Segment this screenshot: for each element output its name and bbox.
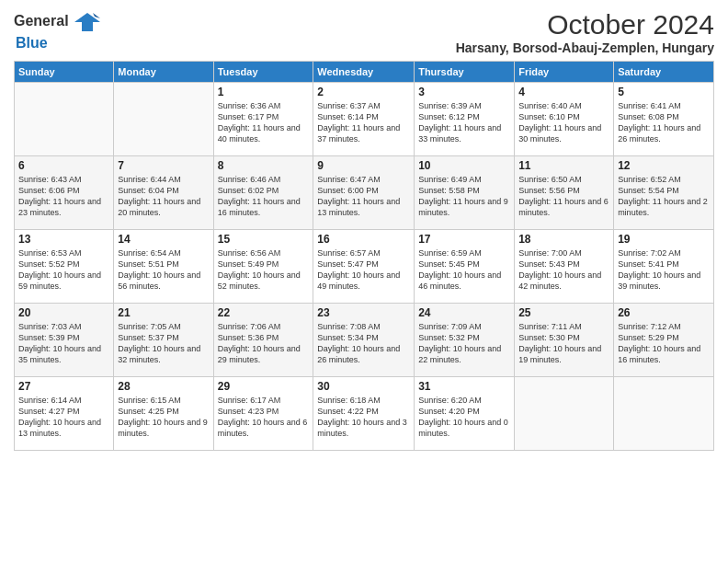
day-number: 8 [218,159,310,172]
day-number: 15 [218,233,310,246]
day-detail: Sunrise: 6:49 AMSunset: 5:58 PMDaylight:… [418,174,510,219]
calendar-body: 1Sunrise: 6:36 AMSunset: 6:17 PMDaylight… [15,83,714,451]
calendar-cell: 20Sunrise: 7:03 AMSunset: 5:39 PMDayligh… [15,304,114,377]
day-detail: Sunrise: 6:39 AMSunset: 6:12 PMDaylight:… [418,100,510,145]
day-number: 12 [618,159,710,172]
day-detail: Sunrise: 6:17 AMSunset: 4:23 PMDaylight:… [218,395,310,440]
day-detail: Sunrise: 7:02 AMSunset: 5:41 PMDaylight:… [618,247,710,293]
calendar-cell: 28Sunrise: 6:15 AMSunset: 4:25 PMDayligh… [114,377,213,451]
day-detail: Sunrise: 6:18 AMSunset: 4:22 PMDaylight:… [317,395,410,440]
calendar-cell: 29Sunrise: 6:17 AMSunset: 4:23 PMDayligh… [213,377,313,451]
day-detail: Sunrise: 6:52 AMSunset: 5:54 PMDaylight:… [618,174,710,219]
day-detail: Sunrise: 6:56 AMSunset: 5:49 PMDaylight:… [218,247,310,293]
day-number: 30 [317,380,410,393]
day-detail: Sunrise: 6:59 AMSunset: 5:45 PMDaylight:… [418,247,510,293]
day-detail: Sunrise: 6:57 AMSunset: 5:47 PMDaylight:… [317,247,410,293]
calendar-cell [114,83,213,156]
day-number: 21 [118,306,209,319]
calendar-cell: 6Sunrise: 6:43 AMSunset: 6:06 PMDaylight… [15,156,114,230]
month-title: October 2024 [456,9,714,40]
day-number: 7 [118,159,209,172]
day-number: 24 [418,306,510,319]
calendar-cell: 19Sunrise: 7:02 AMSunset: 5:41 PMDayligh… [614,230,714,304]
day-detail: Sunrise: 7:09 AMSunset: 5:32 PMDaylight:… [418,321,510,366]
calendar-cell [614,377,714,451]
calendar-cell: 24Sunrise: 7:09 AMSunset: 5:32 PMDayligh… [415,304,515,377]
calendar-cell: 22Sunrise: 7:06 AMSunset: 5:36 PMDayligh… [213,304,313,377]
day-detail: Sunrise: 7:03 AMSunset: 5:39 PMDaylight:… [18,321,109,366]
day-number: 1 [218,86,310,98]
day-detail: Sunrise: 6:54 AMSunset: 5:51 PMDaylight:… [118,247,209,293]
calendar-cell: 15Sunrise: 6:56 AMSunset: 5:49 PMDayligh… [213,230,313,304]
day-number: 25 [518,306,609,319]
calendar-cell [515,377,614,451]
day-number: 5 [618,86,710,98]
calendar-cell: 23Sunrise: 7:08 AMSunset: 5:34 PMDayligh… [313,304,415,377]
day-detail: Sunrise: 7:12 AMSunset: 5:29 PMDaylight:… [618,321,710,366]
calendar-cell: 4Sunrise: 6:40 AMSunset: 6:10 PMDaylight… [515,83,614,156]
calendar-header-row: Sunday Monday Tuesday Wednesday Thursday… [15,62,714,83]
calendar-week-4: 20Sunrise: 7:03 AMSunset: 5:39 PMDayligh… [15,304,714,377]
logo: General Blue [14,9,100,52]
day-number: 29 [218,380,310,393]
calendar-cell: 27Sunrise: 6:14 AMSunset: 4:27 PMDayligh… [15,377,114,451]
day-detail: Sunrise: 6:40 AMSunset: 6:10 PMDaylight:… [518,100,609,145]
day-number: 22 [218,306,310,319]
calendar-cell: 18Sunrise: 7:00 AMSunset: 5:43 PMDayligh… [515,230,614,304]
day-detail: Sunrise: 6:43 AMSunset: 6:06 PMDaylight:… [18,174,109,219]
calendar-cell: 3Sunrise: 6:39 AMSunset: 6:12 PMDaylight… [415,83,515,156]
calendar-cell: 16Sunrise: 6:57 AMSunset: 5:47 PMDayligh… [313,230,415,304]
day-number: 20 [18,306,109,319]
calendar-cell: 21Sunrise: 7:05 AMSunset: 5:37 PMDayligh… [114,304,213,377]
day-detail: Sunrise: 6:36 AMSunset: 6:17 PMDaylight:… [218,100,310,145]
calendar-cell: 12Sunrise: 6:52 AMSunset: 5:54 PMDayligh… [614,156,714,230]
calendar-cell: 2Sunrise: 6:37 AMSunset: 6:14 PMDaylight… [313,83,415,156]
day-number: 19 [618,233,710,246]
svg-marker-1 [93,13,100,18]
title-area: October 2024 Harsany, Borsod-Abauj-Zempl… [456,9,714,55]
calendar-week-2: 6Sunrise: 6:43 AMSunset: 6:06 PMDaylight… [15,156,714,230]
calendar-cell: 26Sunrise: 7:12 AMSunset: 5:29 PMDayligh… [614,304,714,377]
col-monday: Monday [114,62,213,83]
calendar-cell: 30Sunrise: 6:18 AMSunset: 4:22 PMDayligh… [313,377,415,451]
day-detail: Sunrise: 6:44 AMSunset: 6:04 PMDaylight:… [118,174,209,219]
day-number: 17 [418,233,510,246]
calendar-cell: 9Sunrise: 6:47 AMSunset: 6:00 PMDaylight… [313,156,415,230]
day-detail: Sunrise: 6:50 AMSunset: 5:56 PMDaylight:… [518,174,609,219]
day-detail: Sunrise: 6:46 AMSunset: 6:02 PMDaylight:… [218,174,310,219]
logo-bird-icon [74,9,100,35]
day-detail: Sunrise: 6:15 AMSunset: 4:25 PMDaylight:… [118,395,209,440]
day-number: 4 [518,86,609,98]
day-number: 6 [18,159,109,172]
calendar-cell: 11Sunrise: 6:50 AMSunset: 5:56 PMDayligh… [515,156,614,230]
day-number: 31 [418,380,510,393]
col-saturday: Saturday [614,62,714,83]
calendar-cell: 10Sunrise: 6:49 AMSunset: 5:58 PMDayligh… [415,156,515,230]
col-friday: Friday [515,62,614,83]
calendar-cell: 14Sunrise: 6:54 AMSunset: 5:51 PMDayligh… [114,230,213,304]
day-detail: Sunrise: 7:05 AMSunset: 5:37 PMDaylight:… [118,321,209,366]
logo-general: General [14,9,100,35]
page: General Blue October 2024 Harsany, Borso… [0,0,728,460]
calendar-week-5: 27Sunrise: 6:14 AMSunset: 4:27 PMDayligh… [15,377,714,451]
calendar-cell: 25Sunrise: 7:11 AMSunset: 5:30 PMDayligh… [515,304,614,377]
day-number: 18 [518,233,609,246]
day-number: 2 [317,86,410,98]
calendar-cell [15,83,114,156]
calendar-cell: 1Sunrise: 6:36 AMSunset: 6:17 PMDaylight… [213,83,313,156]
calendar-week-1: 1Sunrise: 6:36 AMSunset: 6:17 PMDaylight… [15,83,714,156]
day-detail: Sunrise: 7:11 AMSunset: 5:30 PMDaylight:… [518,321,609,366]
day-detail: Sunrise: 7:08 AMSunset: 5:34 PMDaylight:… [317,321,410,366]
day-number: 11 [518,159,609,172]
day-number: 3 [418,86,510,98]
calendar: Sunday Monday Tuesday Wednesday Thursday… [14,61,714,451]
day-detail: Sunrise: 6:20 AMSunset: 4:20 PMDaylight:… [418,395,510,440]
calendar-week-3: 13Sunrise: 6:53 AMSunset: 5:52 PMDayligh… [15,230,714,304]
day-number: 13 [18,233,109,246]
day-number: 16 [317,233,410,246]
day-detail: Sunrise: 6:14 AMSunset: 4:27 PMDaylight:… [18,395,109,440]
day-number: 9 [317,159,410,172]
day-number: 28 [118,380,209,393]
day-detail: Sunrise: 6:41 AMSunset: 6:08 PMDaylight:… [618,100,710,145]
header: General Blue October 2024 Harsany, Borso… [14,9,714,55]
